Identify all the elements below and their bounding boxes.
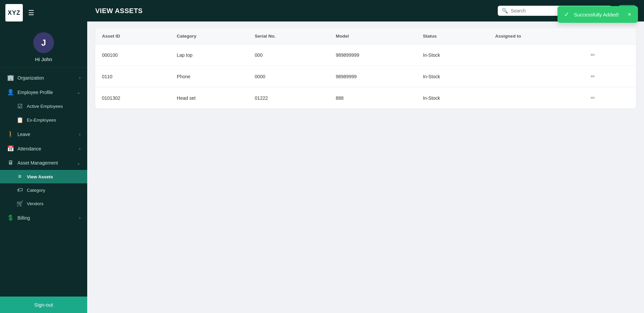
user-section: J Hi John [0,26,87,68]
chevron-right-icon: › [79,215,80,220]
user-greeting: Hi John [35,56,52,62]
sidebar-item-vendors[interactable]: 🛒 Vendors [0,197,87,211]
cell-model: 98989999 [329,66,416,87]
sidebar-item-label: Ex-Employees [27,118,56,123]
sidebar-item-label: Active Employees [27,104,63,109]
sidebar-item-attendance[interactable]: 📅 Attendance › [0,141,87,156]
cell-asset-id: 0110 [95,66,170,87]
sidebar-item-label: View Assets [27,174,53,179]
toast-check-icon: ✓ [564,11,569,18]
cell-assigned [488,66,581,87]
cell-asset-id: 0101302 [95,87,170,109]
sidebar-item-label: Asset Management [17,160,73,166]
col-status: Status [416,28,489,44]
cell-edit: ✏ [581,66,636,87]
billing-icon: 💲 [7,214,14,221]
col-assigned: Assigned to [488,28,581,44]
toast-notification: ✓ Successfully Added! × [557,6,638,23]
sign-out-button[interactable]: Sign-out [0,297,87,313]
table-header-row: Asset ID Category Serial No. Model Statu… [95,28,636,44]
cell-category: Phone [170,66,248,87]
sidebar-item-label: Category [27,188,45,193]
assets-table: Asset ID Category Serial No. Model Statu… [95,28,636,108]
assets-table-container: Asset ID Category Serial No. Model Statu… [95,28,636,108]
col-model: Model [329,28,416,44]
ex-employees-icon: 📋 [16,117,23,124]
cell-model: 888 [329,87,416,109]
cell-asset-id: 000100 [95,44,170,66]
cell-serial: 0000 [248,66,329,87]
search-icon: 🔍 [502,8,508,14]
sidebar-item-organization[interactable]: 🏢 Organization › [0,71,87,85]
sidebar-item-label: Billing [17,215,76,221]
edit-button[interactable]: ✏ [588,72,598,81]
cell-status: In-Stock [416,66,489,87]
category-icon: 🏷 [16,187,23,193]
sidebar-item-employee-profile[interactable]: 👤 Employee Profile ⌄ [0,85,87,99]
sidebar-item-category[interactable]: 🏷 Category [0,183,87,197]
chevron-right-icon: › [79,132,80,137]
sidebar-item-ex-employees[interactable]: 📋 Ex-Employees [0,113,87,127]
table-row: 0110 Phone 0000 98989999 In-Stock ✏ [95,66,636,87]
col-serial: Serial No. [248,28,329,44]
sidebar-item-asset-management[interactable]: 🖥 Asset Management ⌄ [0,156,87,170]
sidebar: XYZ ☰ J Hi John 🏢 Organization › 👤 Emplo… [0,0,87,313]
cell-edit: ✏ [581,87,636,109]
hamburger-icon[interactable]: ☰ [28,9,34,17]
sidebar-item-view-assets[interactable]: ≡ View Assets [0,170,87,183]
chevron-right-icon: › [79,75,80,80]
cell-edit: ✏ [581,44,636,66]
col-category: Category [170,28,248,44]
chevron-right-icon: › [79,146,80,151]
cell-category: Lap top [170,44,248,66]
chevron-down-icon: ⌄ [77,90,80,95]
sidebar-item-billing[interactable]: 💲 Billing › [0,211,87,225]
cell-serial: 01222 [248,87,329,109]
sidebar-item-label: Employee Profile [17,90,73,95]
sidebar-item-label: Leave [17,132,76,137]
edit-button[interactable]: ✏ [588,50,598,59]
table-row: 000100 Lap top 000 989899999 In-Stock ✏ [95,44,636,66]
sidebar-item-active-employees[interactable]: ☑ Active Employees [0,99,87,113]
toast-close-button[interactable]: × [628,11,631,17]
asset-management-icon: 🖥 [7,160,14,166]
sidebar-item-label: Vendors [27,201,44,206]
cell-status: In-Stock [416,87,489,109]
col-actions [581,28,636,44]
sidebar-item-label: Attendance [17,146,76,151]
cell-model: 989899999 [329,44,416,66]
edit-button[interactable]: ✏ [588,93,598,102]
content-area: Asset ID Category Serial No. Model Statu… [87,21,644,313]
chevron-down-icon: ⌄ [77,161,80,166]
leave-icon: 🚶 [7,131,14,138]
cell-assigned [488,44,581,66]
cell-status: In-Stock [416,44,489,66]
sidebar-item-label: Organization [17,75,76,81]
nav-menu: 🏢 Organization › 👤 Employee Profile ⌄ ☑ … [0,68,87,297]
avatar: J [33,32,54,53]
col-asset-id: Asset ID [95,28,170,44]
attendance-icon: 📅 [7,145,14,152]
employee-profile-icon: 👤 [7,89,14,96]
toast-message: Successfully Added! [574,12,619,17]
vendors-icon: 🛒 [16,200,23,207]
table-row: 0101302 Head set 01222 888 In-Stock ✏ [95,87,636,109]
active-employees-icon: ☑ [16,103,23,110]
cell-category: Head set [170,87,248,109]
view-assets-icon: ≡ [16,173,23,180]
cell-assigned [488,87,581,109]
cell-serial: 000 [248,44,329,66]
organization-icon: 🏢 [7,74,14,81]
logo: XYZ [5,4,23,21]
page-title: VIEW ASSETS [95,7,491,15]
main-area: VIEW ASSETS 🔍 ▼ + Asset ID Category Seri… [87,0,644,313]
sidebar-item-leave[interactable]: 🚶 Leave › [0,127,87,141]
sidebar-header: XYZ ☰ [0,0,87,26]
